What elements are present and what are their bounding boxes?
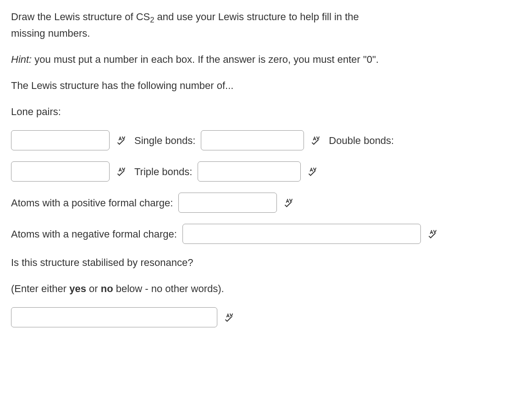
resonance-yes: yes (69, 283, 86, 294)
spellcheck-icon[interactable] (116, 135, 126, 145)
neg-formal-charge-input[interactable] (182, 224, 421, 244)
resonance-input[interactable] (11, 307, 217, 327)
resonance-instr-pre: (Enter either (11, 283, 69, 294)
single-bonds-input[interactable] (201, 130, 304, 150)
row-neg-charge: Atoms with a negative formal charge: (11, 224, 508, 244)
triple-bonds-input[interactable] (198, 161, 301, 182)
hint-label: Hint: (11, 54, 32, 65)
row-resonance (11, 307, 508, 327)
hint-text: Hint: you must put a number in each box.… (11, 52, 508, 67)
lone-pairs-input[interactable] (11, 130, 110, 150)
resonance-mid: or (86, 283, 101, 294)
spellcheck-icon[interactable] (224, 312, 234, 322)
row-pos-charge: Atoms with a positive formal charge: (11, 193, 508, 213)
spellcheck-icon[interactable] (310, 135, 320, 145)
resonance-instr-post: below - no other words). (113, 283, 224, 294)
neg-formal-charge-label: Atoms with a negative formal charge: (11, 227, 177, 242)
resonance-question: Is this structure stabilised by resonanc… (11, 255, 508, 270)
lone-pairs-label: Lone pairs: (11, 104, 508, 119)
spellcheck-icon[interactable] (307, 166, 317, 177)
spellcheck-icon[interactable] (283, 198, 293, 208)
double-bonds-label: Double bonds: (329, 133, 394, 148)
hint-body: you must put a number in each box. If th… (32, 54, 379, 65)
row-bonds-1: Single bonds: Double bonds: (11, 130, 508, 150)
question-part3: missing numbers. (11, 28, 90, 39)
intro-text: The Lewis structure has the following nu… (11, 78, 508, 93)
resonance-instruction: (Enter either yes or no below - no other… (11, 281, 508, 296)
single-bonds-label: Single bonds: (134, 133, 195, 148)
resonance-no: no (101, 283, 113, 294)
question-part2: and use your Lewis structure to help fil… (154, 11, 359, 22)
spellcheck-icon[interactable] (116, 166, 126, 177)
pos-formal-charge-label: Atoms with a positive formal charge: (11, 195, 173, 210)
row-bonds-2: Triple bonds: (11, 161, 508, 182)
pos-formal-charge-input[interactable] (178, 193, 277, 213)
question-text: Draw the Lewis structure of CS2 and use … (11, 9, 508, 41)
spellcheck-icon[interactable] (427, 229, 437, 239)
triple-bonds-label: Triple bonds: (134, 164, 192, 179)
double-bonds-input[interactable] (11, 161, 110, 182)
question-part1: Draw the Lewis structure of CS (11, 11, 150, 22)
